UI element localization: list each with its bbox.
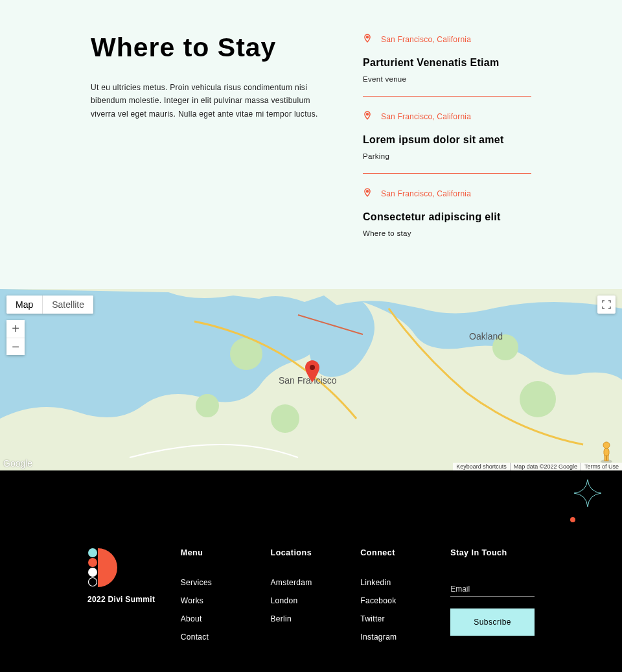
location-item: San Francisco, California Lorem ipsum do… [363, 110, 531, 174]
email-label: Email [450, 585, 535, 594]
map-type-control: Map Satellite [6, 295, 93, 314]
map-pin-icon [363, 32, 372, 47]
footer-link-works[interactable]: Works [181, 596, 271, 605]
email-input[interactable] [450, 596, 535, 597]
svg-point-0 [367, 36, 369, 38]
location-title: Lorem ipsum dolor sit amet [363, 134, 531, 146]
location-city: San Francisco, California [381, 35, 471, 44]
footer-locations-column: Locations Amsterdam London Berlin [271, 548, 361, 651]
footer-menu-head: Menu [181, 548, 271, 557]
map-label-oakland: Oakland [469, 331, 503, 342]
location-item: San Francisco, California Parturient Ven… [363, 32, 531, 97]
footer-link-amsterdam[interactable]: Amsterdam [271, 578, 361, 587]
footer-link-facebook[interactable]: Facebook [360, 596, 450, 605]
footer-menu-column: Menu Services Works About Contact [181, 548, 271, 651]
google-logo: Google [3, 458, 32, 469]
footer-link-linkedin[interactable]: Linkedin [360, 578, 450, 587]
map-tab-map[interactable]: Map [6, 295, 42, 314]
logo-icon [87, 548, 134, 587]
location-subtitle: Event venue [363, 75, 531, 83]
svg-rect-13 [605, 456, 606, 461]
svg-rect-12 [604, 448, 609, 456]
footer-caption: 2022 Divi Summit [87, 595, 181, 604]
map-credits: Keyboard shortcuts Map data ©2022 Google… [453, 463, 622, 470]
map-tab-satellite[interactable]: Satellite [42, 295, 93, 314]
subscribe-button[interactable]: Subscribe [450, 608, 535, 636]
svg-point-5 [196, 394, 219, 417]
footer-connect-column: Connect Linkedin Facebook Twitter Instag… [360, 548, 450, 651]
dot-decoration-icon [570, 517, 575, 522]
svg-point-2 [367, 191, 369, 192]
svg-point-11 [603, 442, 610, 448]
footer-link-about[interactable]: About [181, 614, 271, 623]
footer: 2022 Divi Summit Menu Services Works Abo… [0, 470, 622, 672]
location-city: San Francisco, California [381, 112, 471, 121]
map-data-text: Map data ©2022 Google [510, 463, 581, 470]
footer-form-column: Stay In Touch Email Subscribe [450, 548, 535, 651]
location-subtitle: Parking [363, 152, 531, 160]
stay-intro: Where to Stay Ut eu ultricies metus. Pro… [91, 32, 324, 250]
footer-link-instagram[interactable]: Instagram [360, 632, 450, 642]
map-section[interactable]: San Francisco Oakland Map Satellite + − … [0, 289, 622, 470]
location-city: San Francisco, California [381, 189, 471, 198]
star-decoration-icon [573, 478, 603, 508]
footer-form-head: Stay In Touch [450, 548, 535, 557]
location-title: Consectetur adipiscing elit [363, 211, 531, 223]
terms-link[interactable]: Terms of Use [581, 463, 622, 470]
fullscreen-button[interactable] [597, 295, 616, 314]
svg-point-18 [89, 578, 97, 586]
map-pin-icon [363, 110, 372, 124]
svg-point-16 [88, 558, 97, 567]
footer-link-twitter[interactable]: Twitter [360, 614, 450, 623]
location-subtitle: Where to stay [363, 229, 531, 237]
footer-link-berlin[interactable]: Berlin [271, 614, 361, 623]
where-to-stay-section: Where to Stay Ut eu ultricies metus. Pro… [0, 0, 622, 289]
map-pin-icon [363, 187, 372, 201]
map-zoom-control: + − [6, 320, 25, 355]
footer-link-services[interactable]: Services [181, 578, 271, 587]
stay-title: Where to Stay [91, 32, 324, 63]
footer-logo-column: 2022 Divi Summit [87, 548, 181, 651]
stay-locations-list: San Francisco, California Parturient Ven… [363, 32, 531, 250]
svg-point-15 [88, 548, 97, 557]
keyboard-shortcuts-link[interactable]: Keyboard shortcuts [453, 463, 510, 470]
svg-point-8 [520, 381, 556, 417]
pegman-icon[interactable] [597, 439, 616, 464]
zoom-out-button[interactable]: − [6, 338, 25, 355]
footer-connect-head: Connect [360, 548, 450, 557]
zoom-in-button[interactable]: + [6, 320, 25, 338]
footer-link-london[interactable]: London [271, 596, 361, 605]
svg-point-17 [88, 568, 97, 577]
stay-description: Ut eu ultricies metus. Proin vehicula ri… [91, 81, 324, 121]
svg-rect-14 [607, 456, 609, 461]
location-item: San Francisco, California Consectetur ad… [363, 187, 531, 250]
svg-point-1 [367, 113, 369, 115]
footer-link-contact[interactable]: Contact [181, 632, 271, 642]
footer-locations-head: Locations [271, 548, 361, 557]
location-title: Parturient Venenatis Etiam [363, 57, 531, 69]
svg-point-9 [310, 365, 315, 370]
map-marker-icon [305, 360, 320, 385]
svg-point-6 [271, 404, 299, 433]
